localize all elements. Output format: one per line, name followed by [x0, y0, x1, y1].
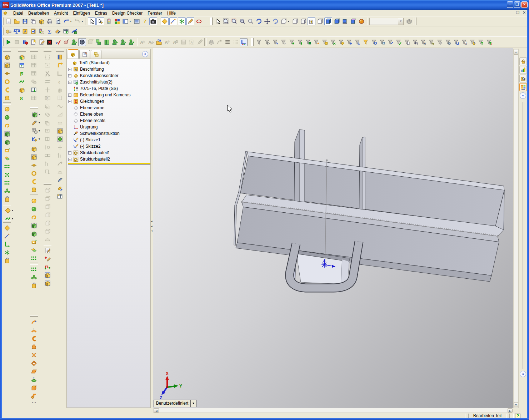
equations-icon[interactable]: Σ	[45, 27, 54, 35]
toolbar-grip[interactable]	[44, 50, 51, 52]
zoom-in-out-icon[interactable]	[238, 17, 246, 25]
make-drawing-icon[interactable]	[37, 17, 45, 25]
new-document-icon[interactable]	[4, 17, 13, 25]
filter-line-icon[interactable]	[296, 38, 304, 46]
edit-color-icon[interactable]	[113, 17, 121, 25]
toolbar-grip[interactable]	[3, 50, 11, 52]
stop-vsta-icon[interactable]	[45, 38, 54, 46]
restore-button[interactable]: ❐	[514, 1, 520, 8]
wireframe-icon[interactable]	[291, 17, 299, 25]
toolbar-grip[interactable]	[30, 107, 38, 109]
macro-stop-icon[interactable]	[13, 38, 21, 46]
frame-icon[interactable]: A	[188, 38, 196, 46]
text-star-icon[interactable]: A	[138, 38, 146, 46]
view-style-button[interactable]: Benutzerdefiniert	[154, 400, 191, 407]
pen-tool-icon[interactable]	[196, 38, 204, 46]
zoom-select-icon[interactable]	[214, 17, 222, 25]
sketch-icon[interactable]	[186, 17, 194, 25]
options-list-icon[interactable]	[133, 17, 141, 25]
color-swatches-icon[interactable]	[105, 17, 113, 25]
bar-t-icon[interactable]	[44, 86, 51, 94]
expand-icon[interactable]: +	[68, 158, 71, 161]
menu-einfügen[interactable]: Einfügen	[70, 10, 92, 16]
filter-origin-icon[interactable]	[345, 38, 353, 46]
zoom-fit-icon[interactable]	[222, 17, 230, 25]
wire-3-icon[interactable]	[44, 202, 51, 211]
swirl-2-icon[interactable]	[30, 213, 38, 221]
wire-2-icon[interactable]	[44, 194, 51, 202]
section-view-icon[interactable]	[349, 17, 357, 25]
filter-axis-icon[interactable]	[329, 38, 337, 46]
sheet-para-icon[interactable]	[30, 367, 38, 375]
circle-g-box-icon[interactable]	[56, 135, 64, 143]
help-icon[interactable]: ?	[141, 17, 149, 25]
ref-point-icon[interactable]	[3, 224, 11, 232]
edit-macro-icon[interactable]	[37, 38, 45, 46]
sketch-dd-icon[interactable]: %▼	[30, 118, 42, 127]
menu-ansicht[interactable]: Ansicht	[51, 10, 70, 16]
tree-item-7075-t6-plate-ss-[interactable]: +7075-T6, Plate (SS)	[68, 85, 150, 92]
sketch-asterisk-icon[interactable]	[178, 17, 186, 25]
filter-dimension-icon[interactable]: A	[419, 38, 427, 46]
tree-item-beleuchtung-und-kameras[interactable]: +Beleuchtung und Kameras	[68, 92, 150, 98]
wire-4-icon[interactable]	[44, 211, 51, 219]
pane-grip[interactable]	[522, 102, 524, 369]
ball-y2-icon[interactable]	[30, 197, 38, 205]
sketch-point-icon[interactable]	[161, 17, 169, 25]
ellipse-icon[interactable]	[195, 17, 203, 25]
tree-item-ursprung[interactable]: +Ursprung	[68, 124, 150, 130]
style-combo[interactable]: ▼	[369, 18, 404, 25]
bar-up-icon[interactable]	[44, 160, 51, 168]
box-icon[interactable]	[86, 38, 94, 46]
corner-icon[interactable]	[56, 69, 64, 77]
text-plus-icon[interactable]: A	[163, 38, 171, 46]
ball-g2-icon[interactable]	[30, 205, 38, 213]
sheet-roll-icon[interactable]	[30, 392, 38, 400]
arrow-swoosh-icon[interactable]	[215, 38, 223, 46]
cube-box-icon[interactable]	[30, 153, 38, 161]
tree-item-gleichungen[interactable]: +ΣGleichungen	[68, 98, 150, 105]
scissors-icon[interactable]	[44, 69, 51, 77]
figure-8-icon[interactable]: 8	[18, 94, 26, 102]
filter-circle-icon[interactable]	[370, 38, 378, 46]
filter-annotation-icon[interactable]: A	[460, 38, 468, 46]
layers-icon[interactable]	[405, 17, 413, 25]
dots-888-icon[interactable]	[3, 179, 11, 187]
filter-sketch-icon[interactable]	[361, 38, 370, 46]
cube-sel-icon[interactable]	[30, 145, 38, 153]
user-1-icon[interactable]	[111, 38, 119, 46]
rotate-view-icon[interactable]	[255, 17, 263, 25]
filter-edges-icon[interactable]	[271, 38, 279, 46]
clip-2-icon[interactable]	[30, 282, 38, 290]
hidden-lines-icon[interactable]	[299, 17, 307, 25]
tree-item-strukturbauteil2[interactable]: +Strukturbauteil2	[68, 156, 150, 162]
filter-face-icon[interactable]	[304, 38, 312, 46]
tree-item-ebene-oben[interactable]: +Ebene oben	[68, 111, 150, 117]
ramp-icon[interactable]	[56, 110, 64, 118]
filter-any-icon[interactable]	[255, 38, 263, 46]
filter-note-icon[interactable]	[403, 38, 411, 46]
cube-gb2-icon[interactable]	[30, 221, 38, 229]
filter-surface-icon[interactable]	[312, 38, 320, 46]
sheet-arch-icon[interactable]	[30, 326, 38, 334]
filter-arrow-icon[interactable]	[279, 38, 288, 46]
toolbar-grip[interactable]	[3, 221, 11, 223]
select-filter-icon[interactable]	[96, 17, 104, 25]
filter-coordinate-icon[interactable]	[353, 38, 361, 46]
collaborate-user-icon[interactable]	[70, 38, 78, 46]
toolbar-grip[interactable]	[18, 50, 26, 52]
flower-2-icon[interactable]	[30, 273, 38, 282]
sheet-bell-icon[interactable]	[30, 343, 38, 351]
grab-y-icon[interactable]	[56, 61, 64, 69]
rotate-about-icon[interactable]	[271, 17, 279, 25]
display-panel-icon[interactable]: ▼	[121, 17, 133, 25]
section-properties-icon[interactable]	[21, 27, 29, 35]
tree-root[interactable]: Teil1 (Standard)	[68, 60, 150, 66]
blade-icon[interactable]	[56, 176, 64, 184]
tree-item-ebene-rechts[interactable]: +Ebene rechts	[68, 117, 150, 124]
redo-icon[interactable]: ▼	[73, 17, 85, 25]
realview-icon[interactable]	[357, 17, 365, 25]
move-face-icon[interactable]	[3, 53, 11, 61]
dots-888b-icon[interactable]	[30, 265, 38, 273]
bar-low-icon[interactable]	[56, 143, 64, 151]
